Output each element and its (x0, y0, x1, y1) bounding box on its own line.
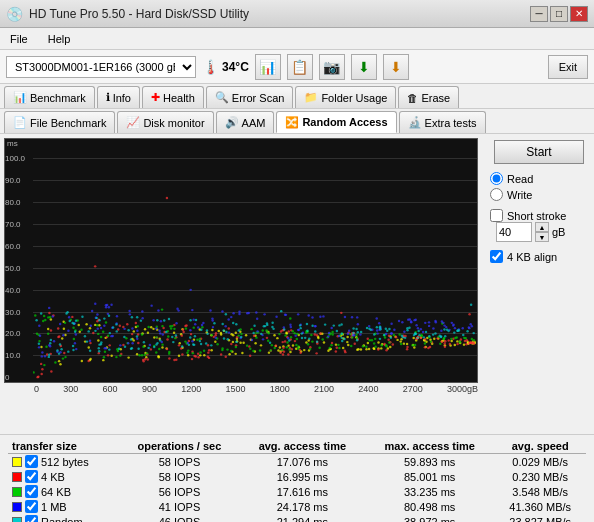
tab-error-scan[interactable]: 🔍 Error Scan (206, 86, 294, 108)
tab-disk-monitor[interactable]: 📈 Disk monitor (117, 111, 213, 133)
svg-point-668 (256, 318, 258, 320)
tab-folder-usage[interactable]: 📁 Folder Usage (295, 86, 396, 108)
svg-point-441 (100, 336, 102, 338)
health-icon: ✚ (151, 91, 160, 104)
svg-point-893 (40, 312, 42, 314)
row-checkbox-0[interactable] (25, 455, 38, 468)
tab-info[interactable]: ℹ Info (97, 86, 140, 108)
tab-aam[interactable]: 🔊 AAM (216, 111, 275, 133)
tab-health[interactable]: ✚ Health (142, 86, 204, 108)
menu-file[interactable]: File (6, 32, 32, 46)
toolbar-icon-5[interactable]: ⬇ (383, 54, 409, 80)
svg-point-546 (67, 330, 69, 332)
tab-health-label: Health (163, 92, 195, 104)
svg-point-163 (127, 356, 129, 358)
svg-point-193 (168, 357, 170, 359)
svg-point-90 (102, 359, 104, 361)
svg-point-573 (127, 342, 129, 344)
write-radio[interactable] (490, 188, 503, 201)
svg-point-41 (305, 341, 307, 343)
short-stroke-checkbox[interactable] (490, 209, 503, 222)
y-tick-60: 60.0 (5, 241, 21, 250)
svg-point-17 (347, 344, 349, 346)
kb-align-checkbox[interactable] (490, 250, 503, 263)
short-stroke-label[interactable]: Short stroke (490, 209, 588, 222)
svg-point-779 (136, 316, 138, 318)
row-checkbox-2[interactable] (25, 485, 38, 498)
svg-point-540 (215, 336, 217, 338)
row-label-4: Random (41, 516, 83, 523)
maximize-button[interactable]: □ (550, 6, 568, 22)
short-stroke-text: Short stroke (507, 210, 566, 222)
svg-point-517 (49, 316, 51, 318)
svg-point-741 (373, 333, 375, 335)
svg-point-284 (228, 327, 230, 329)
write-radio-label[interactable]: Write (490, 188, 588, 201)
toolbar-icon-2[interactable]: 📋 (287, 54, 313, 80)
tab-file-benchmark[interactable]: 📄 File Benchmark (4, 111, 115, 133)
svg-point-615 (328, 332, 330, 334)
row-avg-access-3: 24.178 ms (240, 499, 365, 514)
svg-point-496 (293, 332, 295, 334)
minimize-button[interactable]: ─ (530, 6, 548, 22)
menu-help[interactable]: Help (44, 32, 75, 46)
svg-point-151 (357, 348, 359, 350)
tab-erase[interactable]: 🗑 Erase (398, 86, 459, 108)
svg-point-597 (53, 340, 55, 342)
close-button[interactable]: ✕ (570, 6, 588, 22)
svg-point-857 (260, 333, 262, 335)
svg-point-218 (282, 353, 284, 355)
svg-point-421 (80, 329, 82, 331)
svg-point-675 (262, 338, 264, 340)
toolbar-icon-4[interactable]: ⬇ (351, 54, 377, 80)
toolbar-icon-3[interactable]: 📷 (319, 54, 345, 80)
svg-point-793 (340, 337, 342, 339)
svg-point-426 (318, 347, 320, 349)
folder-usage-icon: 📁 (304, 91, 318, 104)
svg-point-790 (264, 325, 266, 327)
y-tick-50: 50.0 (5, 263, 21, 272)
exit-button[interactable]: Exit (548, 55, 588, 79)
row-checkbox-3[interactable] (25, 500, 38, 513)
svg-point-743 (59, 343, 61, 345)
toolbar-icon-1[interactable]: 📊 (255, 54, 281, 80)
stroke-up-button[interactable]: ▲ (535, 222, 549, 232)
row-checkbox-1[interactable] (25, 470, 38, 483)
svg-point-189 (294, 340, 296, 342)
stroke-down-button[interactable]: ▼ (535, 232, 549, 242)
tab-benchmark-label: Benchmark (30, 92, 86, 104)
tab-extra-tests[interactable]: 🔬 Extra tests (399, 111, 486, 133)
svg-point-524 (278, 333, 280, 335)
svg-point-845 (360, 331, 362, 333)
svg-point-828 (280, 310, 282, 312)
svg-point-607 (103, 324, 105, 326)
svg-point-111 (89, 327, 91, 329)
tab-random-access[interactable]: 🔀 Random Access (276, 111, 396, 133)
start-button[interactable]: Start (494, 140, 584, 164)
svg-point-418 (351, 336, 353, 338)
stroke-value-input[interactable] (496, 222, 532, 242)
svg-point-567 (290, 326, 292, 328)
read-radio-label[interactable]: Read (490, 172, 588, 185)
svg-point-49 (97, 339, 99, 341)
drive-selector[interactable]: ST3000DM001-1ER166 (3000 gB) (6, 56, 196, 78)
svg-point-380 (246, 344, 248, 346)
svg-point-5 (276, 337, 278, 339)
tab-benchmark[interactable]: 📊 Benchmark (4, 86, 95, 108)
svg-point-503 (117, 350, 119, 352)
svg-point-262 (230, 343, 232, 345)
row-checkbox-4[interactable] (25, 515, 38, 522)
svg-point-302 (50, 370, 52, 372)
kb-align-label[interactable]: 4 KB align (490, 250, 588, 263)
temperature-display: 🌡️ 34°C (202, 59, 249, 75)
svg-point-320 (225, 356, 227, 358)
svg-point-769 (72, 345, 74, 347)
table-row: 64 KB 56 IOPS 17.616 ms 33.235 ms 3.548 … (8, 484, 586, 499)
svg-point-770 (175, 334, 177, 336)
svg-point-199 (182, 331, 184, 333)
svg-point-553 (424, 322, 426, 324)
svg-point-800 (385, 328, 387, 330)
read-radio[interactable] (490, 172, 503, 185)
svg-point-818 (432, 333, 434, 335)
svg-point-166 (327, 350, 329, 352)
